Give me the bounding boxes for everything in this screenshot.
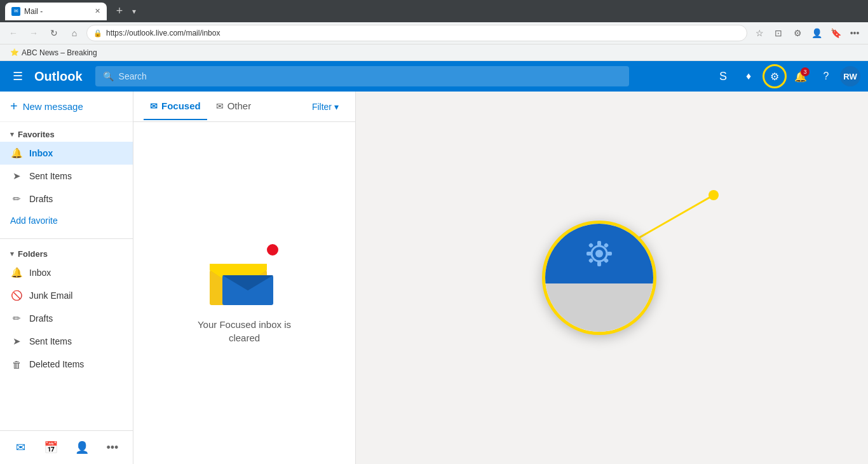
new-tab-button[interactable]: + (111, 3, 128, 20)
bookmark-icon: ⭐ (10, 48, 19, 57)
focused-tab-label: Focused (161, 100, 201, 111)
address-bar[interactable]: 🔒 https://outlook.live.com/mail/inbox (86, 25, 747, 41)
inbox-icon: 🔔 (10, 147, 23, 160)
help-button[interactable]: ? (815, 65, 837, 88)
header-actions: S ♦ ⚙ 🔔 3 ? RW (712, 64, 860, 88)
forward-button[interactable]: → (25, 25, 42, 41)
zoom-blue-section (545, 224, 653, 283)
refresh-button[interactable]: ↻ (46, 25, 62, 41)
folders-label: Folders (18, 249, 48, 259)
notifications-badge: 3 (801, 67, 810, 76)
envelope-illustration (203, 242, 286, 305)
collections-button[interactable]: 🔖 (827, 25, 844, 41)
sidebar-item-drafts-favorites[interactable]: ✏ Drafts (0, 188, 133, 210)
svg-rect-10 (587, 252, 592, 256)
tabs-bar: ✉ Focused ✉ Other Filter ▾ (133, 92, 355, 122)
filter-chevron-icon: ▾ (334, 102, 339, 112)
tab-close[interactable]: ✕ (95, 7, 100, 15)
browser-controls: ← → ↻ ⌂ 🔒 https://outlook.live.com/mail/… (0, 22, 868, 44)
sidebar-item-sent-folders[interactable]: ➤ Sent Items (0, 330, 133, 353)
sidebar-divider (0, 238, 133, 239)
sidebar-item-inbox-favorites[interactable]: 🔔 Inbox (0, 142, 133, 165)
new-message-button[interactable]: + New message (0, 92, 133, 122)
favorites-header[interactable]: ▾ Favorites (0, 127, 133, 142)
sidebar-item-drafts-folders[interactable]: ✏ Drafts (0, 307, 133, 330)
other-tab-icon: ✉ (216, 101, 224, 111)
sidebar-item-label: Drafts (29, 313, 53, 324)
empty-message-line1: Your Focused inbox is (198, 319, 291, 330)
user-avatar[interactable]: RW (840, 66, 860, 86)
sidebar-item-inbox-folders[interactable]: 🔔 Inbox (0, 261, 133, 284)
tab-title: Mail - (24, 7, 43, 16)
sidebar-item-label: Junk Email (29, 290, 72, 301)
sidebar-item-sent-favorites[interactable]: ➤ Sent Items (0, 165, 133, 188)
bookmark-abc-news[interactable]: ⭐ ABC News – Breaking (6, 47, 101, 58)
calendar-nav-button[interactable]: 📅 (39, 436, 62, 459)
zoom-annotation (485, 182, 739, 373)
svg-rect-8 (597, 241, 601, 246)
tab-favicon: ✉ (11, 7, 20, 16)
hamburger-button[interactable]: ☰ (8, 66, 28, 86)
main-layout: + New message ▾ Favorites 🔔 Inbox ➤ Sent… (0, 92, 868, 464)
new-message-label: New message (23, 101, 83, 112)
add-favorite-button[interactable]: Add favorite (0, 210, 133, 231)
svg-point-7 (595, 250, 603, 257)
reader-mode-button[interactable]: ⊡ (770, 25, 787, 41)
settings-button[interactable]: ⚙ (763, 64, 787, 88)
sidebar: + New message ▾ Favorites 🔔 Inbox ➤ Sent… (0, 92, 133, 464)
main-content (356, 92, 868, 464)
sidebar-item-label: Sent Items (29, 336, 72, 346)
skype-button[interactable]: S (712, 65, 735, 88)
drafts-folder-icon: ✏ (10, 312, 23, 325)
back-button[interactable]: ← (5, 25, 22, 41)
email-list-area: ✉ Focused ✉ Other Filter ▾ (133, 92, 356, 464)
svg-point-6 (709, 190, 719, 200)
folders-header[interactable]: ▾ Folders (0, 247, 133, 261)
folders-section: ▾ Folders 🔔 Inbox 🚫 Junk Email ✏ Drafts … (0, 242, 133, 381)
empty-inbox: Your Focused inbox is cleared (133, 122, 355, 464)
deleted-icon: 🗑 (10, 358, 23, 371)
premium-button[interactable]: ♦ (737, 65, 760, 88)
filter-label: Filter (312, 102, 332, 112)
favorites-section: ▾ Favorites 🔔 Inbox ➤ Sent Items ✏ Draft… (0, 122, 133, 236)
zoom-gear-icon (577, 231, 621, 276)
sent-folder-icon: ➤ (10, 335, 23, 348)
favorites-label: Favorites (18, 130, 55, 139)
add-favorite-label: Add favorite (10, 215, 58, 226)
browser-actions: ☆ ⊡ ⚙ 👤 🔖 ••• (751, 25, 863, 41)
zoom-gray-section (545, 283, 653, 332)
filter-button[interactable]: Filter ▾ (306, 98, 345, 116)
other-tab[interactable]: ✉ Other (210, 93, 258, 120)
home-button[interactable]: ⌂ (66, 25, 83, 41)
other-tab-label: Other (227, 100, 252, 111)
svg-rect-9 (597, 261, 601, 266)
sidebar-item-deleted[interactable]: 🗑 Deleted Items (0, 353, 133, 376)
people-nav-button[interactable]: 👤 (71, 436, 93, 459)
bookmark-label: ABC News – Breaking (22, 48, 97, 57)
more-nav-button[interactable]: ••• (101, 436, 124, 459)
favorites-chevron: ▾ (10, 130, 14, 139)
junk-icon: 🚫 (10, 289, 23, 302)
secondary-envelope (222, 270, 273, 305)
mail-nav-button[interactable]: ✉ (9, 436, 32, 459)
folders-chevron: ▾ (10, 250, 14, 258)
active-tab[interactable]: ✉ Mail - ✕ (5, 3, 107, 20)
bookmark-star-button[interactable]: ☆ (751, 25, 768, 41)
url-text: https://outlook.live.com/mail/inbox (106, 29, 740, 38)
sidebar-item-label: Inbox (29, 268, 51, 278)
outlook-app: ☰ Outlook 🔍 Search S ♦ ⚙ 🔔 3 ? RW (0, 61, 868, 464)
search-placeholder: Search (119, 71, 147, 81)
tab-chevron-button[interactable]: ▾ (132, 7, 136, 16)
plus-icon: + (10, 99, 18, 114)
svg-rect-11 (607, 252, 612, 256)
profile-button[interactable]: 👤 (808, 25, 825, 41)
browser-tab-bar: ✉ Mail - ✕ + ▾ (0, 0, 868, 22)
drafts-icon: ✏ (10, 193, 23, 205)
sidebar-item-junk[interactable]: 🚫 Junk Email (0, 284, 133, 307)
zoom-circle (542, 221, 656, 335)
notifications-button[interactable]: 🔔 3 (789, 65, 812, 88)
search-bar[interactable]: 🔍 Search (95, 66, 629, 86)
extensions-button[interactable]: ⚙ (789, 25, 806, 41)
more-button[interactable]: ••• (846, 25, 863, 41)
focused-tab[interactable]: ✉ Focused (144, 93, 207, 120)
